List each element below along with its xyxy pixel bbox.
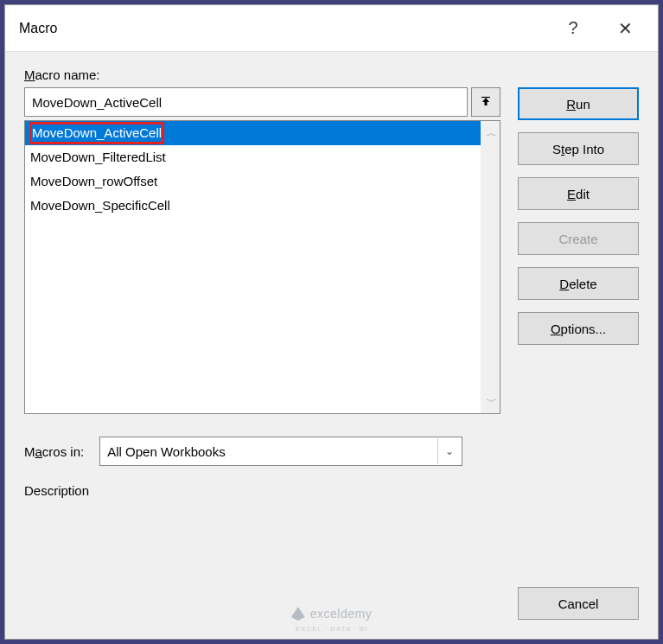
cancel-button[interactable]: Cancel [518,587,639,620]
dialog-title: Macro [19,21,547,36]
reference-up-button[interactable] [471,87,500,117]
watermark: exceldemy [291,607,372,621]
create-button: Create [518,222,639,255]
help-button[interactable]: ? [547,5,599,52]
macro-list-item[interactable]: MoveDown_rowOffset [25,169,481,194]
scroll-down-icon: 〉 [483,398,498,408]
macro-list-item[interactable]: MoveDown_SpecificCell [25,194,481,218]
listbox-scrollbar[interactable]: 〈 〉 [481,121,500,413]
watermark-icon [291,607,305,621]
titlebar: Macro ? ✕ [5,5,658,52]
close-button[interactable]: ✕ [599,5,651,52]
macro-dialog: Macro ? ✕ Macro name: MoveDow [4,4,659,640]
macro-name-label: Macro name: [24,67,639,82]
macro-listbox[interactable]: MoveDown_ActiveCellMoveDown_FilteredList… [24,120,500,414]
dialog-content: Macro name: MoveDown_ActiveCellMoveDown_… [5,52,658,639]
macro-name-input[interactable] [24,87,468,117]
watermark-sub: EXCEL · DATA · BI [296,625,368,633]
up-arrow-icon [479,95,493,109]
step-into-button[interactable]: Step Into [518,132,639,165]
chevron-down-icon: ⌄ [437,438,460,464]
macro-list-item[interactable]: MoveDown_ActiveCell [25,121,481,145]
options-button[interactable]: Options... [518,312,639,345]
scroll-up-icon: 〈 [483,127,498,137]
edit-button[interactable]: Edit [518,177,639,210]
description-label: Description [24,483,639,498]
macros-in-value: All Open Workbooks [107,444,225,459]
macros-in-dropdown[interactable]: All Open Workbooks ⌄ [99,437,462,466]
macro-list-item[interactable]: MoveDown_FilteredList [25,145,481,169]
run-button[interactable]: Run [518,87,639,120]
macros-in-label: Macros in: [24,444,84,459]
delete-button[interactable]: Delete [518,267,639,300]
